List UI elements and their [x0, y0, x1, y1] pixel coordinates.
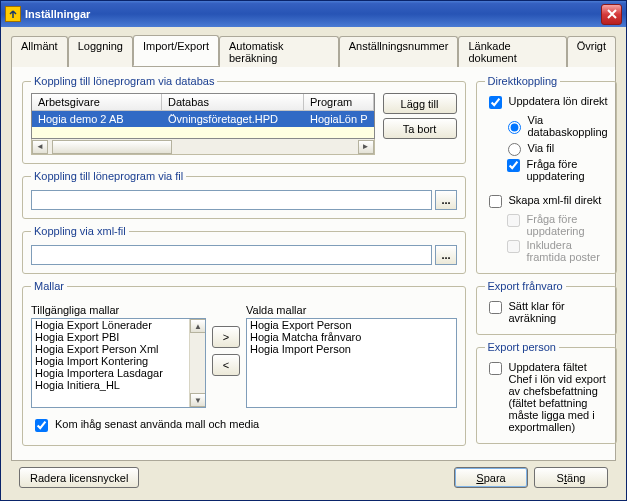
list-item[interactable]: Hogia Importera Lasdagar	[32, 367, 189, 379]
footer: Radera licensnyckel Spara Stäng	[11, 461, 616, 494]
col-program[interactable]: Program	[304, 94, 374, 110]
tab-automatisk[interactable]: Automatisk beräkning	[219, 36, 339, 67]
via-db-label: Via databaskoppling	[528, 114, 608, 138]
export-person-group: Export person Uppdatera fältet Chef i lö…	[476, 341, 617, 444]
via-file-label: Via fil	[528, 142, 555, 154]
remember-label: Kom ihåg senast använda mall och media	[55, 418, 259, 430]
close-button-pre: S	[557, 472, 564, 484]
tab-allmant[interactable]: Allmänt	[11, 36, 68, 67]
settings-window: Inställningar Allmänt Loggning Import/Ex…	[0, 0, 627, 501]
col-arbetsgivare[interactable]: Arbetsgivare	[32, 94, 162, 110]
table-row[interactable]: Hogia demo 2 AB Övningsföretaget.HPD Hog…	[32, 111, 374, 127]
scroll-right-icon[interactable]: ►	[358, 140, 374, 154]
table-empty-area	[32, 127, 374, 138]
list-item[interactable]: Hogia Import Kontering	[32, 355, 189, 367]
include-future-checkbox	[507, 240, 520, 253]
browse-file-button[interactable]: ...	[435, 190, 457, 210]
scroll-left-icon[interactable]: ◄	[32, 140, 48, 154]
right-column: Direktkoppling Uppdatera lön direkt Via …	[476, 75, 617, 452]
list-item[interactable]: Hogia Matcha frånvaro	[247, 331, 456, 343]
scroll-thumb[interactable]	[52, 140, 172, 154]
tab-import-export[interactable]: Import/Export	[133, 35, 219, 66]
move-right-button[interactable]: >	[212, 326, 240, 348]
close-button-rest: äng	[567, 472, 585, 484]
file-path-input[interactable]	[31, 190, 432, 210]
include-future-label: Inkludera framtida poster	[527, 239, 608, 263]
via-db-radio[interactable]	[508, 121, 521, 134]
selected-label: Valda mallar	[246, 304, 457, 316]
list-item[interactable]: Hogia Initiera_HL	[32, 379, 189, 391]
tab-page: Koppling till löneprogram via databas Ar…	[11, 67, 616, 461]
add-button[interactable]: Lägg till	[383, 93, 457, 114]
file-coupling-group: Koppling till löneprogram via fil ...	[22, 170, 466, 219]
remember-checkbox[interactable]	[35, 419, 48, 432]
ask-xml-label: Fråga före uppdatering	[527, 213, 608, 237]
create-xml-checkbox[interactable]	[489, 195, 502, 208]
h-scrollbar[interactable]: ◄ ►	[31, 139, 375, 155]
delete-license-button[interactable]: Radera licensnyckel	[19, 467, 139, 488]
via-file-radio[interactable]	[508, 143, 521, 156]
v-scrollbar[interactable]: ▲ ▼	[189, 319, 205, 407]
scroll-up-icon[interactable]: ▲	[190, 319, 206, 333]
list-item[interactable]: Hogia Export Person	[247, 319, 456, 331]
available-listbox[interactable]: Hogia Export Lönerader Hogia Export PBI …	[31, 318, 206, 408]
ask-before-label: Fråga före uppdatering	[527, 158, 608, 182]
tab-lankade[interactable]: Länkade dokument	[458, 36, 566, 67]
xml-path-input[interactable]	[31, 245, 432, 265]
window-title: Inställningar	[25, 8, 601, 20]
save-button[interactable]: Spara	[454, 467, 528, 488]
close-button[interactable]: Stäng	[534, 467, 608, 488]
tab-ovrigt[interactable]: Övrigt	[567, 36, 616, 67]
app-icon	[5, 6, 21, 22]
update-chef-checkbox[interactable]	[489, 362, 502, 375]
file-coupling-legend: Koppling till löneprogram via fil	[31, 170, 186, 182]
save-button-rest: para	[484, 472, 506, 484]
browse-xml-button[interactable]: ...	[435, 245, 457, 265]
db-coupling-legend: Koppling till löneprogram via databas	[31, 75, 217, 87]
chevron-left-icon: <	[223, 359, 229, 371]
direct-legend: Direktkoppling	[485, 75, 561, 87]
tab-loggning[interactable]: Loggning	[68, 36, 133, 67]
db-table[interactable]: Arbetsgivare Databas Program Hogia demo …	[31, 93, 375, 139]
ask-xml-checkbox	[507, 214, 520, 227]
update-chef-label: Uppdatera fältet Chef i lön vid export a…	[509, 361, 608, 397]
update-chef-note: (fältet befattning måste ligga med i exp…	[509, 397, 608, 433]
col-databas[interactable]: Databas	[162, 94, 304, 110]
export-person-legend: Export person	[485, 341, 559, 353]
move-left-button[interactable]: <	[212, 354, 240, 376]
create-xml-label: Skapa xml-fil direkt	[509, 194, 602, 206]
list-item[interactable]: Hogia Import Person	[247, 343, 456, 355]
content-area: Allmänt Loggning Import/Export Automatis…	[1, 27, 626, 500]
close-icon[interactable]	[601, 4, 622, 25]
chevron-right-icon: >	[223, 331, 229, 343]
update-direct-label: Uppdatera lön direkt	[509, 95, 608, 107]
left-column: Koppling till löneprogram via databas Ar…	[22, 75, 466, 452]
scroll-down-icon[interactable]: ▼	[190, 393, 206, 407]
list-item[interactable]: Hogia Export PBI	[32, 331, 189, 343]
xml-coupling-group: Koppling via xml-fil ...	[22, 225, 466, 274]
set-ready-checkbox[interactable]	[489, 301, 502, 314]
list-item[interactable]: Hogia Export Lönerader	[32, 319, 189, 331]
export-absence-legend: Export frånvaro	[485, 280, 566, 292]
export-absence-group: Export frånvaro Sätt klar för avräkning	[476, 280, 617, 335]
set-ready-label: Sätt klar för avräkning	[509, 300, 608, 324]
remove-button[interactable]: Ta bort	[383, 118, 457, 139]
ask-before-checkbox[interactable]	[507, 159, 520, 172]
list-item[interactable]: Hogia Export Person Xml	[32, 343, 189, 355]
db-coupling-group: Koppling till löneprogram via databas Ar…	[22, 75, 466, 164]
direct-group: Direktkoppling Uppdatera lön direkt Via …	[476, 75, 617, 274]
tabstrip: Allmänt Loggning Import/Export Automatis…	[11, 35, 616, 67]
titlebar: Inställningar	[1, 1, 626, 27]
xml-coupling-legend: Koppling via xml-fil	[31, 225, 129, 237]
templates-group: Mallar Tillgängliga mallar Hogia Export …	[22, 280, 466, 446]
tab-anstallningsnummer[interactable]: Anställningsnummer	[339, 36, 459, 67]
templates-legend: Mallar	[31, 280, 67, 292]
update-direct-checkbox[interactable]	[489, 96, 502, 109]
available-label: Tillgängliga mallar	[31, 304, 206, 316]
selected-listbox[interactable]: Hogia Export Person Hogia Matcha frånvar…	[246, 318, 457, 408]
